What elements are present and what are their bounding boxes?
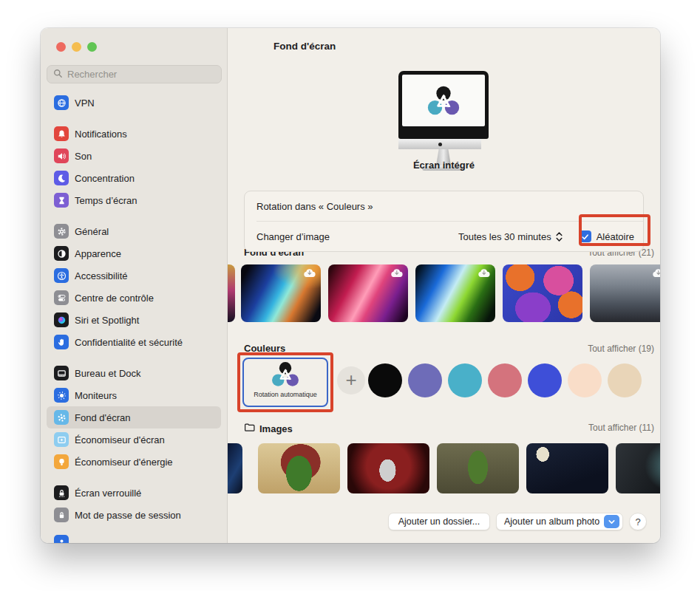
display-preview: [398, 71, 489, 171]
color-swatch-teal[interactable]: [448, 363, 482, 397]
sidebar-item-mot-de-passe[interactable]: Mot de passe de session: [47, 504, 221, 526]
add-color-button[interactable]: +: [337, 366, 365, 394]
settings-window: Rechercher VPN Notifications Son Concent…: [41, 28, 660, 543]
image-thumb-4[interactable]: [526, 443, 608, 493]
hand-icon: [54, 335, 69, 349]
change-image-label: Changer d’image: [256, 231, 330, 242]
color-swatch-purple[interactable]: [408, 363, 442, 397]
sidebar-item-siri[interactable]: Siri et Spotlight: [47, 309, 221, 331]
image-thumb-2[interactable]: [347, 443, 429, 493]
sidebar-item-vpn[interactable]: VPN: [47, 92, 221, 114]
cloud-download-icon: [651, 267, 660, 281]
cloud-download-icon: [390, 267, 404, 281]
color-swatch-blue[interactable]: [528, 363, 562, 397]
imac-chin: [398, 139, 481, 149]
color-swatch-beige[interactable]: [608, 363, 642, 397]
imac-frame: [398, 71, 489, 139]
color-swatch-peach[interactable]: [568, 363, 602, 397]
interval-dropdown[interactable]: Toutes les 30 minutes: [458, 231, 551, 242]
sidebar-item-partial[interactable]: [47, 531, 221, 543]
random-checkbox-group[interactable]: Aléatoire: [580, 230, 634, 242]
auto-rotation-tile[interactable]: Rotation automatique: [242, 358, 328, 407]
rotation-title: Rotation dans « Couleurs »: [256, 201, 373, 212]
flower-icon: [54, 410, 69, 425]
cloud-download-icon: [302, 267, 317, 281]
sidebar-item-general[interactable]: Général: [47, 220, 221, 242]
bell-icon: [54, 126, 69, 141]
add-folder-label: Ajouter un dossier...: [398, 516, 480, 527]
help-label: ?: [635, 516, 640, 527]
sidebar-item-moniteurs[interactable]: Moniteurs: [47, 384, 221, 406]
search-input[interactable]: Rechercher: [47, 65, 222, 83]
sidebar-item-concentration[interactable]: Concentration: [47, 167, 221, 189]
folder-icon: [244, 422, 255, 435]
accessibility-icon: [54, 268, 69, 283]
page-title: Fond d'écran: [273, 41, 336, 52]
image-thumb-partial[interactable]: [228, 443, 242, 493]
hourglass-icon: [54, 193, 69, 208]
color-swatch-black[interactable]: [368, 363, 402, 397]
add-folder-button[interactable]: Ajouter un dossier...: [388, 513, 490, 530]
moon-icon: [54, 171, 69, 185]
stepper-icon[interactable]: [555, 230, 563, 243]
zoom-button[interactable]: [87, 42, 97, 52]
change-image-row: Changer d’image Toutes les 30 minutes Al…: [245, 222, 643, 251]
random-label: Aléatoire: [597, 231, 634, 242]
sidebar-item-centre-controle[interactable]: Centre de contrôle: [47, 287, 221, 309]
add-album-label: Ajouter un album photo: [504, 516, 599, 527]
auto-rotation-label: Rotation automatique: [254, 391, 317, 398]
wallpaper-thumb-5[interactable]: [590, 264, 660, 322]
wallpaper-thumb-4[interactable]: [503, 264, 582, 322]
wallpaper-thumbnails-row: [228, 264, 660, 322]
add-album-button[interactable]: Ajouter un album photo: [496, 513, 623, 530]
sun-icon: [54, 388, 69, 403]
sidebar-item-confidentialite[interactable]: Confidentialité et sécurité: [47, 331, 221, 353]
image-thumb-1[interactable]: [258, 443, 340, 493]
window-controls: [56, 42, 97, 52]
sidebar-item-fond-ecran[interactable]: Fond d'écran: [47, 406, 221, 428]
rotation-title-row: Rotation dans « Couleurs »: [245, 191, 643, 221]
help-button[interactable]: ?: [629, 513, 647, 530]
sidebar-item-bureau-dock[interactable]: Bureau et Dock: [47, 362, 221, 384]
sidebar-item-son[interactable]: Son: [47, 145, 221, 167]
siri-icon: [54, 312, 69, 327]
sidebar-item-temps-ecran[interactable]: Temps d’écran: [47, 189, 221, 211]
bulb-icon: [54, 454, 69, 469]
color-swatch-rose[interactable]: [488, 363, 522, 397]
display-name: Écran intégré: [228, 160, 660, 171]
screensaver-icon: [54, 432, 69, 447]
sidebar-item-accessibilite[interactable]: Accessibilité: [47, 264, 221, 287]
toggles-icon: [54, 290, 69, 305]
image-thumb-5[interactable]: [616, 443, 660, 493]
auto-rotation-graphic: [428, 86, 459, 115]
search-placeholder: Rechercher: [67, 69, 117, 80]
sidebar-item-economiseur-ecran[interactable]: Économiseur d'écran: [47, 428, 221, 451]
colors-show-all[interactable]: Tout afficher (19): [588, 344, 654, 354]
random-checkbox[interactable]: [580, 230, 591, 242]
wallpaper-thumb-2[interactable]: [328, 264, 408, 322]
colors-section-title: Couleurs: [244, 343, 285, 354]
minimize-button[interactable]: [72, 42, 81, 52]
imac-screen: [402, 75, 485, 126]
cloud-download-icon: [477, 267, 492, 281]
users-icon: [54, 535, 69, 543]
sidebar-item-economiseur-energie[interactable]: Économiseur d'énergie: [47, 451, 221, 473]
chevron-down-icon[interactable]: [604, 515, 619, 528]
wallpaper-thumb-3[interactable]: [415, 264, 495, 322]
gear-icon: [54, 224, 69, 239]
sidebar-item-notifications[interactable]: Notifications: [47, 123, 221, 145]
main-content: Fond d'écran Écran intégré Rotation dans…: [228, 28, 660, 543]
speaker-icon: [54, 148, 69, 163]
sidebar-item-ecran-verrouille[interactable]: Écran verrouillé: [47, 482, 221, 504]
padlock-icon: [54, 508, 69, 522]
images-show-all[interactable]: Tout afficher (11): [588, 423, 654, 433]
sidebar-item-apparence[interactable]: Apparence: [47, 242, 221, 264]
close-button[interactable]: [56, 42, 66, 52]
auto-rotation-graphic: [272, 362, 299, 386]
contrast-icon: [54, 246, 69, 261]
images-section-title: Images: [259, 423, 293, 434]
image-thumb-3[interactable]: [437, 443, 519, 493]
wallpaper-thumb-partial[interactable]: [228, 264, 235, 322]
sidebar: Rechercher VPN Notifications Son Concent…: [41, 28, 228, 543]
wallpaper-thumb-1[interactable]: [241, 264, 321, 322]
